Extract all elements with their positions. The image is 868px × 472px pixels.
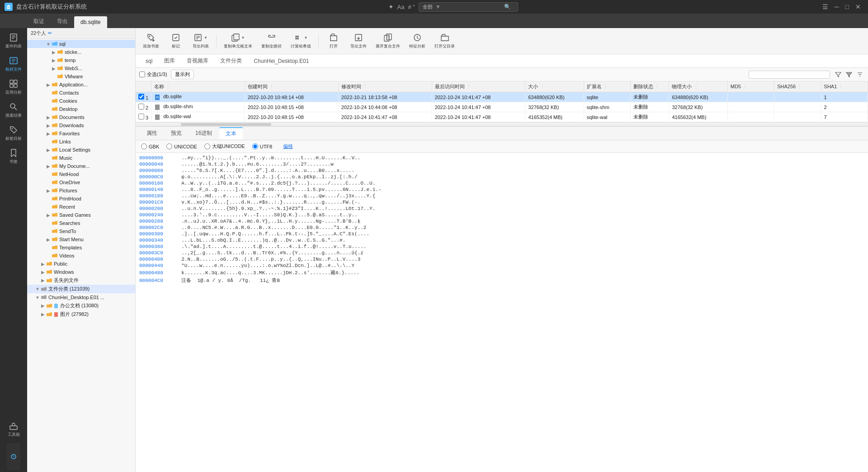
search-input[interactable] [443, 4, 502, 10]
bottom-tab-preview[interactable]: 预览 [165, 128, 188, 139]
tree-item-temp[interactable]: ▶ temp [27, 56, 135, 64]
encoding-gbk[interactable]: GBK [141, 143, 159, 149]
calc-hash-button[interactable]: ▼ 计算哈希值 [287, 31, 315, 51]
tree-item-printhood[interactable]: PrintHood [27, 195, 135, 203]
sidebar-item-tags[interactable]: 标签目标 [2, 122, 25, 144]
resizer-created[interactable]: ⋮ [269, 84, 272, 90]
calc-hash-arrow[interactable]: ▼ [303, 36, 309, 40]
search-bar[interactable]: 全部 ▼ 🔍 [419, 2, 518, 12]
tab-dbsqlite[interactable]: db.sqlite [74, 16, 107, 28]
tree-item-music[interactable]: Music [27, 154, 135, 162]
resizer-phys[interactable]: ⋮ [693, 84, 696, 90]
tab-daochu[interactable]: 导出 [51, 15, 74, 28]
copy-cell-arrow[interactable]: ▼ [241, 36, 246, 40]
show-columns-button[interactable]: 显示列 [171, 70, 194, 79]
subtab-chunhei[interactable]: ChunHei_Desktop.E01 [248, 56, 314, 66]
resizer-name[interactable]: ⋮ [165, 84, 168, 90]
th-sha1[interactable]: SHA1 ⋮ [821, 81, 868, 92]
tab-quzh[interactable]: 取证 [27, 15, 51, 28]
th-created[interactable]: 创建时间 ⋮ [245, 81, 339, 92]
horizontal-scrollbar[interactable] [136, 122, 868, 126]
filter-icon-2[interactable] [844, 70, 854, 79]
tree-item-lostfiles[interactable]: ▶ 丢失的文件 [27, 276, 135, 285]
copy-cell-button[interactable]: ▼ 复制单元格文本 [220, 31, 256, 51]
tree-item-localsettings[interactable]: ▶ Local Settings [27, 146, 135, 154]
export-file-button[interactable]: 导出文件 [347, 31, 370, 51]
table-row[interactable]: 3 db.sqlite-wal 2022-10-20 10:48:15 +08 … [136, 112, 868, 122]
sidebar-item-bookmarks[interactable]: 书签 [2, 145, 25, 167]
resizer-sha256[interactable]: ⋮ [797, 84, 800, 90]
resizer-md5[interactable]: ⋮ [742, 84, 745, 90]
row-checkbox-2[interactable] [138, 104, 144, 110]
radio-unicode[interactable] [166, 143, 172, 149]
resizer-sha1[interactable]: ⋮ [838, 84, 841, 90]
subtab-gallery[interactable]: 图库 [159, 55, 180, 67]
th-del[interactable]: 删除状态 ⋮ [631, 81, 669, 92]
radio-big-unicode[interactable] [204, 143, 210, 149]
tree-item-mydocuments[interactable]: ▶ My Docume... [27, 162, 135, 170]
th-modified[interactable]: 修改时间 ⋮ [338, 81, 432, 92]
expand-compound-button[interactable]: 展开复合文件 [372, 31, 404, 51]
resizer-del[interactable]: ⋮ [655, 84, 657, 90]
tree-item-webs[interactable]: ▶ WebS... [27, 64, 135, 72]
tree-item-filecategory[interactable]: ▼ 文件分类 (121039) [27, 285, 135, 293]
filter-icon-3[interactable] [855, 70, 864, 79]
sidebar-item-toolbox[interactable]: 工具箱 [2, 418, 25, 440]
tree-item-cookies[interactable]: Cookies [27, 97, 135, 105]
radio-utf8[interactable] [252, 143, 258, 149]
encoding-unicode[interactable]: UNICODE [166, 143, 197, 149]
icon-star[interactable]: ✦ [388, 3, 394, 10]
maximize-button[interactable]: □ [843, 2, 852, 11]
table-scroll-area[interactable]: 名称 ⋮ 创建时间 ⋮ 修改时间 ⋮ 最后访问时间 ⋮ 大小 ⋮ 扩展名 ⋮ 删… [136, 81, 868, 122]
tree-item-sql[interactable]: ▼ sql [27, 40, 135, 48]
th-sha256[interactable]: SHA256 ⋮ [774, 81, 821, 92]
tree-item-startmenu[interactable]: ▶ Start Menu [27, 235, 135, 243]
tree-item-chunhei[interactable]: ▼ ChunHei_Desktop.E01 ... [27, 293, 135, 301]
encoding-utf8[interactable]: UTF8 [252, 143, 273, 149]
tree-item-videos[interactable]: Videos [27, 252, 135, 260]
bottom-tab-hex[interactable]: 16进制 [189, 128, 218, 139]
export-list-button[interactable]: ▼ 导出列表 [189, 31, 212, 51]
sidebar-item-appanalysis[interactable]: 应用分析 [2, 76, 25, 98]
tree-item-templates[interactable]: Templates [27, 243, 135, 252]
tree-item-sticker[interactable]: ▶ sticke... [27, 48, 135, 56]
open-button[interactable]: 打开 [322, 31, 345, 51]
bottom-tab-text[interactable]: 文本 [219, 127, 243, 139]
resizer-accessed[interactable]: ⋮ [466, 84, 469, 90]
select-all-checkbox[interactable] [139, 72, 145, 77]
table-row[interactable]: 1 DB db.sqlite 2022-10-20 10:48:14 +08 2… [136, 92, 868, 102]
mark-button[interactable]: 标记 [165, 31, 187, 51]
radio-gbk[interactable] [141, 143, 147, 149]
tree-item-favorites[interactable]: ▶ Favorites [27, 129, 135, 138]
search-dropdown-label[interactable]: 全部 [423, 4, 433, 10]
copy-path-button[interactable]: 复制全路径 [258, 31, 285, 51]
tree-item-recent[interactable]: Recent [27, 203, 135, 211]
tree-item-application[interactable]: ▶ Application... [27, 81, 135, 89]
tree-item-nethood[interactable]: NetHood [27, 170, 135, 178]
th-size[interactable]: 大小 ⋮ [525, 81, 584, 92]
table-row[interactable]: 2 db.sqlite-shm 2022-10-20 10:48:15 +08 … [136, 102, 868, 112]
add-tag-button[interactable]: 添加书签 [139, 31, 163, 51]
sidebar-item-material[interactable]: 检材文件 [2, 53, 25, 75]
resizer-ext[interactable]: ⋮ [603, 84, 606, 90]
subtab-video[interactable]: 音视频库 [181, 55, 214, 67]
tree-item-images[interactable]: ▶ 图片 (27982) [27, 310, 135, 319]
export-list-arrow[interactable]: ▼ [203, 36, 208, 40]
tree-item-sendto[interactable]: SendTo [27, 227, 135, 235]
bias-link[interactable]: 偏移 [283, 143, 293, 150]
search-icon[interactable]: 🔍 [504, 4, 511, 10]
tree-item-documents[interactable]: ▶ Documents [27, 113, 135, 121]
open-dir-button[interactable]: 打开父目录 [431, 31, 458, 51]
tree-item-officedocs[interactable]: ▶ 办公文档 (13080) [27, 301, 135, 310]
hex-content[interactable]: 00000000 ..#y..."i})..._.(....".Pt..y..m… [136, 153, 868, 472]
tree-item-onedrive[interactable]: OneDrive [27, 178, 135, 186]
icon-font[interactable]: Aa [397, 4, 405, 10]
subtab-sql[interactable]: sql [140, 56, 158, 66]
tree-item-vmware[interactable]: VMware [27, 72, 135, 81]
row-checkbox-1[interactable] [138, 94, 144, 100]
sidebar-item-searchresults[interactable]: 搜索结果 [2, 99, 25, 121]
tree-item-pictures[interactable]: ▶ Pictures [27, 186, 135, 195]
resizer-size[interactable]: ⋮ [540, 84, 542, 90]
minimize-button[interactable]: ─ [832, 2, 842, 11]
tree-item-desktop[interactable]: Desktop [27, 105, 135, 113]
